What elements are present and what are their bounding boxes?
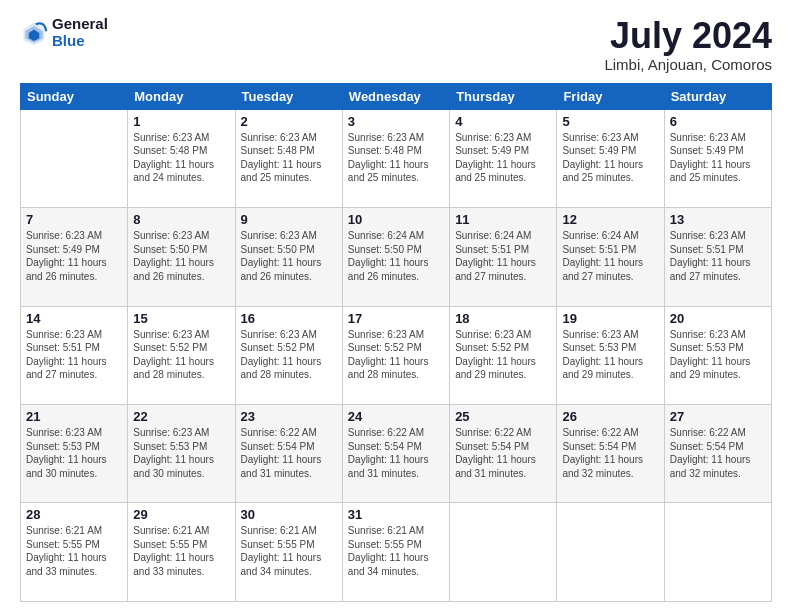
- day-info: Sunrise: 6:23 AM Sunset: 5:53 PM Dayligh…: [133, 426, 229, 480]
- day-number: 28: [26, 507, 122, 522]
- day-info: Sunrise: 6:23 AM Sunset: 5:52 PM Dayligh…: [133, 328, 229, 382]
- day-info: Sunrise: 6:23 AM Sunset: 5:49 PM Dayligh…: [455, 131, 551, 185]
- day-number: 27: [670, 409, 766, 424]
- calendar-cell: 5Sunrise: 6:23 AM Sunset: 5:49 PM Daylig…: [557, 109, 664, 207]
- calendar-cell: 18Sunrise: 6:23 AM Sunset: 5:52 PM Dayli…: [450, 306, 557, 404]
- day-info: Sunrise: 6:22 AM Sunset: 5:54 PM Dayligh…: [455, 426, 551, 480]
- day-number: 29: [133, 507, 229, 522]
- day-info: Sunrise: 6:23 AM Sunset: 5:49 PM Dayligh…: [670, 131, 766, 185]
- day-info: Sunrise: 6:23 AM Sunset: 5:52 PM Dayligh…: [241, 328, 337, 382]
- day-number: 30: [241, 507, 337, 522]
- title-block: July 2024 Limbi, Anjouan, Comoros: [604, 16, 772, 73]
- calendar-cell: 8Sunrise: 6:23 AM Sunset: 5:50 PM Daylig…: [128, 208, 235, 306]
- day-info: Sunrise: 6:23 AM Sunset: 5:52 PM Dayligh…: [348, 328, 444, 382]
- day-info: Sunrise: 6:23 AM Sunset: 5:48 PM Dayligh…: [348, 131, 444, 185]
- calendar-cell: 20Sunrise: 6:23 AM Sunset: 5:53 PM Dayli…: [664, 306, 771, 404]
- day-number: 14: [26, 311, 122, 326]
- day-number: 13: [670, 212, 766, 227]
- day-info: Sunrise: 6:22 AM Sunset: 5:54 PM Dayligh…: [348, 426, 444, 480]
- day-info: Sunrise: 6:23 AM Sunset: 5:53 PM Dayligh…: [670, 328, 766, 382]
- day-number: 15: [133, 311, 229, 326]
- calendar-week-5: 28Sunrise: 6:21 AM Sunset: 5:55 PM Dayli…: [21, 503, 772, 602]
- logo: General Blue: [20, 16, 108, 49]
- col-header-tuesday: Tuesday: [235, 83, 342, 109]
- day-number: 12: [562, 212, 658, 227]
- location: Limbi, Anjouan, Comoros: [604, 56, 772, 73]
- day-info: Sunrise: 6:23 AM Sunset: 5:52 PM Dayligh…: [455, 328, 551, 382]
- calendar-cell: 30Sunrise: 6:21 AM Sunset: 5:55 PM Dayli…: [235, 503, 342, 602]
- day-info: Sunrise: 6:23 AM Sunset: 5:49 PM Dayligh…: [562, 131, 658, 185]
- logo-text: General Blue: [52, 16, 108, 49]
- day-number: 7: [26, 212, 122, 227]
- calendar-cell: 7Sunrise: 6:23 AM Sunset: 5:49 PM Daylig…: [21, 208, 128, 306]
- calendar-cell: 25Sunrise: 6:22 AM Sunset: 5:54 PM Dayli…: [450, 405, 557, 503]
- day-number: 18: [455, 311, 551, 326]
- day-number: 26: [562, 409, 658, 424]
- calendar-cell: 16Sunrise: 6:23 AM Sunset: 5:52 PM Dayli…: [235, 306, 342, 404]
- calendar-cell: 17Sunrise: 6:23 AM Sunset: 5:52 PM Dayli…: [342, 306, 449, 404]
- month-year: July 2024: [604, 16, 772, 56]
- calendar-cell: 3Sunrise: 6:23 AM Sunset: 5:48 PM Daylig…: [342, 109, 449, 207]
- calendar-cell: 11Sunrise: 6:24 AM Sunset: 5:51 PM Dayli…: [450, 208, 557, 306]
- day-number: 20: [670, 311, 766, 326]
- day-info: Sunrise: 6:23 AM Sunset: 5:48 PM Dayligh…: [241, 131, 337, 185]
- day-info: Sunrise: 6:24 AM Sunset: 5:50 PM Dayligh…: [348, 229, 444, 283]
- calendar-cell: 1Sunrise: 6:23 AM Sunset: 5:48 PM Daylig…: [128, 109, 235, 207]
- col-header-saturday: Saturday: [664, 83, 771, 109]
- calendar-cell: 15Sunrise: 6:23 AM Sunset: 5:52 PM Dayli…: [128, 306, 235, 404]
- day-info: Sunrise: 6:23 AM Sunset: 5:53 PM Dayligh…: [562, 328, 658, 382]
- calendar-cell: 26Sunrise: 6:22 AM Sunset: 5:54 PM Dayli…: [557, 405, 664, 503]
- col-header-thursday: Thursday: [450, 83, 557, 109]
- logo-blue: Blue: [52, 33, 108, 50]
- day-info: Sunrise: 6:23 AM Sunset: 5:51 PM Dayligh…: [670, 229, 766, 283]
- day-info: Sunrise: 6:22 AM Sunset: 5:54 PM Dayligh…: [670, 426, 766, 480]
- col-header-sunday: Sunday: [21, 83, 128, 109]
- logo-general: General: [52, 16, 108, 33]
- calendar-header-row: SundayMondayTuesdayWednesdayThursdayFrid…: [21, 83, 772, 109]
- day-number: 21: [26, 409, 122, 424]
- day-info: Sunrise: 6:22 AM Sunset: 5:54 PM Dayligh…: [562, 426, 658, 480]
- calendar-cell: 23Sunrise: 6:22 AM Sunset: 5:54 PM Dayli…: [235, 405, 342, 503]
- calendar-week-2: 7Sunrise: 6:23 AM Sunset: 5:49 PM Daylig…: [21, 208, 772, 306]
- calendar-cell: 10Sunrise: 6:24 AM Sunset: 5:50 PM Dayli…: [342, 208, 449, 306]
- day-info: Sunrise: 6:21 AM Sunset: 5:55 PM Dayligh…: [133, 524, 229, 578]
- calendar-cell: 27Sunrise: 6:22 AM Sunset: 5:54 PM Dayli…: [664, 405, 771, 503]
- day-info: Sunrise: 6:23 AM Sunset: 5:51 PM Dayligh…: [26, 328, 122, 382]
- day-number: 4: [455, 114, 551, 129]
- day-number: 1: [133, 114, 229, 129]
- day-info: Sunrise: 6:23 AM Sunset: 5:48 PM Dayligh…: [133, 131, 229, 185]
- day-info: Sunrise: 6:21 AM Sunset: 5:55 PM Dayligh…: [26, 524, 122, 578]
- day-info: Sunrise: 6:23 AM Sunset: 5:50 PM Dayligh…: [133, 229, 229, 283]
- day-info: Sunrise: 6:21 AM Sunset: 5:55 PM Dayligh…: [348, 524, 444, 578]
- page: General Blue July 2024 Limbi, Anjouan, C…: [0, 0, 792, 612]
- day-number: 6: [670, 114, 766, 129]
- day-info: Sunrise: 6:24 AM Sunset: 5:51 PM Dayligh…: [562, 229, 658, 283]
- calendar-cell: 24Sunrise: 6:22 AM Sunset: 5:54 PM Dayli…: [342, 405, 449, 503]
- day-number: 25: [455, 409, 551, 424]
- day-number: 8: [133, 212, 229, 227]
- day-number: 5: [562, 114, 658, 129]
- calendar-week-1: 1Sunrise: 6:23 AM Sunset: 5:48 PM Daylig…: [21, 109, 772, 207]
- day-info: Sunrise: 6:24 AM Sunset: 5:51 PM Dayligh…: [455, 229, 551, 283]
- calendar-week-3: 14Sunrise: 6:23 AM Sunset: 5:51 PM Dayli…: [21, 306, 772, 404]
- calendar-cell: 22Sunrise: 6:23 AM Sunset: 5:53 PM Dayli…: [128, 405, 235, 503]
- col-header-wednesday: Wednesday: [342, 83, 449, 109]
- day-info: Sunrise: 6:23 AM Sunset: 5:49 PM Dayligh…: [26, 229, 122, 283]
- header: General Blue July 2024 Limbi, Anjouan, C…: [20, 16, 772, 73]
- day-number: 11: [455, 212, 551, 227]
- day-number: 17: [348, 311, 444, 326]
- calendar-cell: 28Sunrise: 6:21 AM Sunset: 5:55 PM Dayli…: [21, 503, 128, 602]
- calendar-cell: 19Sunrise: 6:23 AM Sunset: 5:53 PM Dayli…: [557, 306, 664, 404]
- day-info: Sunrise: 6:22 AM Sunset: 5:54 PM Dayligh…: [241, 426, 337, 480]
- calendar-cell: 9Sunrise: 6:23 AM Sunset: 5:50 PM Daylig…: [235, 208, 342, 306]
- day-number: 16: [241, 311, 337, 326]
- calendar-cell: 12Sunrise: 6:24 AM Sunset: 5:51 PM Dayli…: [557, 208, 664, 306]
- day-number: 3: [348, 114, 444, 129]
- calendar-cell: [450, 503, 557, 602]
- day-number: 9: [241, 212, 337, 227]
- calendar-cell: [21, 109, 128, 207]
- day-number: 2: [241, 114, 337, 129]
- calendar-cell: 13Sunrise: 6:23 AM Sunset: 5:51 PM Dayli…: [664, 208, 771, 306]
- day-number: 24: [348, 409, 444, 424]
- calendar-week-4: 21Sunrise: 6:23 AM Sunset: 5:53 PM Dayli…: [21, 405, 772, 503]
